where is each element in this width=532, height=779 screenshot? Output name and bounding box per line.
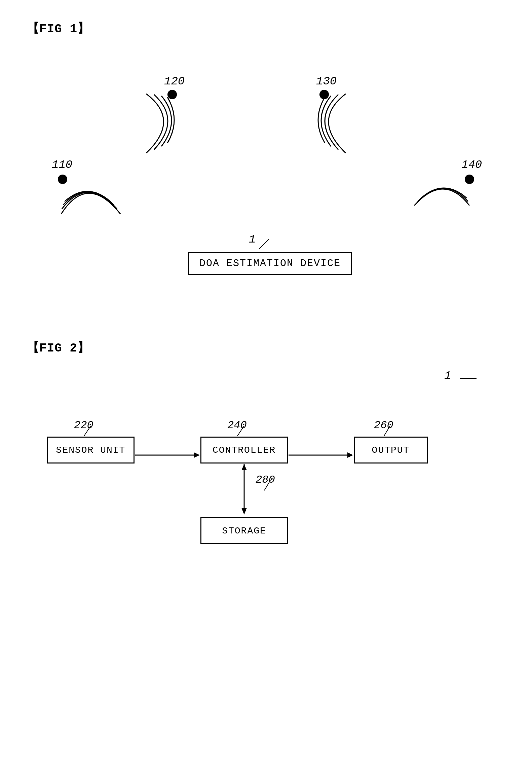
doa-box-label: DOA ESTIMATION DEVICE (199, 258, 341, 269)
output-label: OUTPUT (372, 445, 410, 455)
doa-ref: 1 (249, 233, 256, 246)
page: 【FIG 1】 120 130 110 (0, 0, 532, 779)
node-120-label: 120 (164, 75, 185, 88)
svg-marker-11 (241, 464, 247, 470)
svg-marker-7 (347, 452, 353, 458)
fig2-label: 【FIG 2】 (27, 339, 505, 356)
fig2-container: 1 220 SENSOR UNIT 240 (27, 369, 505, 558)
storage-label: STORAGE (222, 526, 266, 536)
fig1-label: 【FIG 1】 (27, 20, 505, 37)
output-block: OUTPUT (354, 437, 428, 463)
doa-ref-line (256, 236, 276, 253)
node-140-waves (390, 165, 471, 232)
svg-line-2 (84, 426, 91, 436)
svg-marker-4 (194, 452, 200, 458)
svg-line-8 (384, 426, 390, 436)
node-130-label: 130 (316, 75, 337, 88)
sensor-ref-line (81, 423, 98, 437)
fig1-container: 120 130 110 (27, 43, 505, 319)
svg-line-0 (259, 239, 269, 249)
output-ref-line (381, 423, 397, 437)
storage-block: STORAGE (200, 517, 288, 544)
svg-marker-10 (241, 508, 247, 515)
storage-ref-line (261, 478, 278, 492)
controller-block: CONTROLLER (200, 437, 288, 463)
doa-box: DOA ESTIMATION DEVICE (188, 252, 352, 275)
arrow-sensor-controller (135, 448, 202, 465)
controller-label: CONTROLLER (213, 445, 276, 455)
sensor-block: SENSOR UNIT (47, 437, 135, 463)
svg-line-5 (237, 426, 244, 436)
fig2-ref: 1 (444, 369, 478, 382)
arrow-controller-output (289, 448, 356, 465)
node-110-waves (61, 165, 148, 239)
sensor-label: SENSOR UNIT (56, 445, 126, 455)
arrow-controller-storage (237, 464, 254, 518)
svg-line-12 (264, 480, 270, 490)
controller-ref-line (234, 423, 251, 437)
